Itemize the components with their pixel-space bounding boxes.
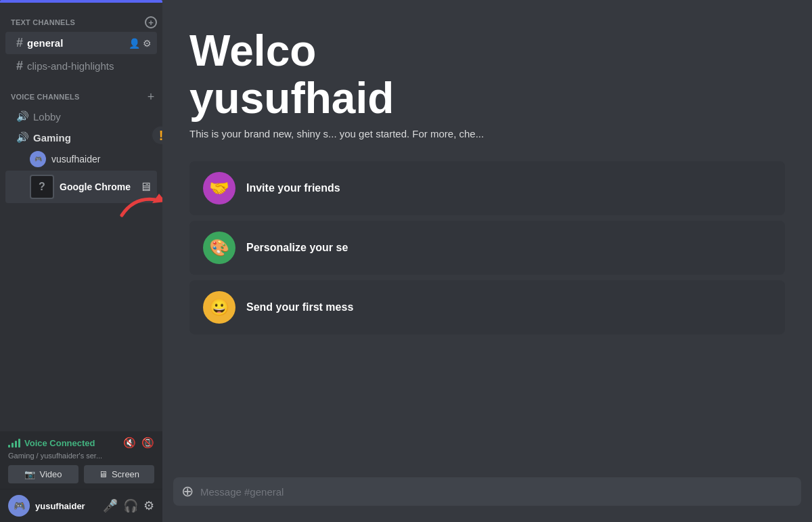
text-channels-header[interactable]: TEXT CHANNELS + bbox=[0, 14, 162, 31]
personalize-icon: 🎨 bbox=[203, 232, 235, 264]
user-settings-icon[interactable]: ⚙ bbox=[143, 498, 154, 513]
channel-general-actions: 👤 ⚙ bbox=[129, 38, 152, 49]
avatar-icon: 🎮 bbox=[14, 500, 25, 511]
disconnect-icon[interactable]: 📵 bbox=[141, 437, 154, 449]
hash-icon-clips: # bbox=[16, 59, 23, 73]
add-member-icon[interactable]: 👤 bbox=[129, 38, 140, 49]
welcome-area: Welco yusufhaid This is your brand new, … bbox=[162, 0, 812, 466]
voice-channel-name-lobby: Lobby bbox=[33, 111, 152, 123]
video-label: Video bbox=[39, 469, 62, 479]
user-info: yusufhaider bbox=[35, 501, 103, 511]
user-avatar: 🎮 bbox=[8, 495, 30, 517]
warning-circle: ! bbox=[150, 125, 162, 146]
channel-item-clips[interactable]: # clips-and-highlights bbox=[5, 55, 157, 77]
mic-icon[interactable]: 🎤 bbox=[103, 498, 118, 513]
message-bar: ⊕ bbox=[162, 466, 812, 522]
voice-channels-label: VOICE CHANNELS bbox=[11, 93, 79, 101]
mute-slash-icon[interactable]: 🔇 bbox=[123, 437, 136, 449]
text-channels-section: TEXT CHANNELS + # general 👤 ⚙ # clips-an… bbox=[0, 14, 162, 77]
message-input-wrap: ⊕ bbox=[173, 477, 801, 506]
screen-icon: 🖥 bbox=[99, 469, 108, 479]
channel-list: TEXT CHANNELS + # general 👤 ⚙ # clips-an… bbox=[0, 3, 162, 431]
welcome-title: Welco yusufhaid bbox=[189, 27, 785, 123]
welcome-cards: 🤝 Invite your friends 🎨 Personalize your… bbox=[189, 161, 785, 334]
voice-channel-lobby[interactable]: 🔊 Lobby bbox=[5, 106, 157, 127]
warning-indicator: ! bbox=[150, 125, 162, 146]
welcome-title-line1: Welco bbox=[189, 27, 785, 74]
screen-label: Screen bbox=[112, 469, 139, 479]
bar4 bbox=[18, 439, 20, 448]
voice-connected-left: Voice Connected bbox=[8, 438, 95, 448]
welcome-card-message[interactable]: 😀 Send your first mess bbox=[189, 280, 785, 334]
message-emoji: 😀 bbox=[209, 298, 229, 317]
message-card-title: Send your first mess bbox=[246, 301, 353, 313]
stream-thumbnail: ? bbox=[30, 175, 54, 199]
channel-name-general: general bbox=[27, 37, 129, 49]
personalize-emoji: 🎨 bbox=[209, 238, 229, 257]
message-plus-button[interactable]: ⊕ bbox=[181, 483, 194, 500]
channel-item-general[interactable]: # general 👤 ⚙ bbox=[5, 32, 157, 54]
personalize-card-title: Personalize your se bbox=[246, 242, 348, 254]
voice-channel-gaming-wrapper: 🔊 Gaming ! bbox=[0, 127, 162, 148]
voice-channels-section: VOICE CHANNELS + 🔊 Lobby 🔊 Gaming ! bbox=[0, 88, 162, 203]
stream-name-google-chrome: Google Chrome bbox=[60, 181, 139, 192]
question-mark-icon: ? bbox=[39, 181, 45, 193]
message-input[interactable] bbox=[200, 486, 793, 498]
bar3 bbox=[15, 441, 17, 448]
signal-bars-icon bbox=[8, 438, 20, 448]
bar1 bbox=[8, 445, 10, 448]
user-avatar-vusufhaider: 🎮 bbox=[30, 151, 46, 167]
video-button[interactable]: 📷 Video bbox=[8, 465, 78, 483]
voice-connected-status: Voice Connected 🔇 📵 bbox=[8, 437, 154, 449]
settings-icon[interactable]: ⚙ bbox=[143, 38, 152, 49]
invite-icon: 🤝 bbox=[203, 172, 235, 204]
invite-emoji: 🤝 bbox=[209, 179, 229, 198]
welcome-title-line2: yusufhaid bbox=[189, 74, 785, 122]
message-icon: 😀 bbox=[203, 291, 235, 324]
speaker-icon-gaming: 🔊 bbox=[16, 131, 29, 144]
voice-connected-channel: Gaming / yusufhaider's ser... bbox=[8, 452, 154, 460]
headphones-icon[interactable]: 🎧 bbox=[123, 498, 138, 513]
speaker-icon-lobby: 🔊 bbox=[16, 110, 29, 123]
user-panel: 🎮 yusufhaider 🎤 🎧 ⚙ bbox=[0, 489, 162, 522]
stream-item-google-chrome[interactable]: ? Google Chrome 🖥 bbox=[5, 171, 157, 203]
voice-channel-gaming[interactable]: 🔊 Gaming bbox=[5, 127, 157, 148]
add-text-channel-button[interactable]: + bbox=[145, 16, 157, 28]
username-display: yusufhaider bbox=[35, 501, 103, 511]
welcome-card-personalize[interactable]: 🎨 Personalize your se bbox=[189, 221, 785, 275]
video-icon: 📷 bbox=[24, 469, 35, 479]
bar2 bbox=[12, 443, 14, 448]
exclamation-icon: ! bbox=[159, 129, 162, 142]
text-channels-label: TEXT CHANNELS bbox=[11, 18, 75, 26]
voice-user-vusufhaider[interactable]: 🎮 vusufhaider bbox=[5, 148, 157, 170]
invite-card-title: Invite your friends bbox=[246, 182, 340, 194]
hash-icon: # bbox=[16, 36, 23, 50]
main-content: Welco yusufhaid This is your brand new, … bbox=[162, 0, 812, 522]
voice-connected-bar: Voice Connected 🔇 📵 Gaming / yusufhaider… bbox=[0, 431, 162, 489]
voice-connected-text: Voice Connected bbox=[24, 438, 95, 448]
voice-action-buttons: 📷 Video 🖥 Screen bbox=[8, 465, 154, 483]
channel-name-clips: clips-and-highlights bbox=[27, 60, 152, 72]
welcome-card-invite[interactable]: 🤝 Invite your friends bbox=[189, 161, 785, 215]
screen-button[interactable]: 🖥 Screen bbox=[84, 465, 154, 483]
welcome-subtitle: This is your brand new, shiny s... you g… bbox=[189, 128, 785, 139]
add-voice-channel-button[interactable]: + bbox=[145, 91, 157, 103]
voice-user-name-vusufhaider: vusufhaider bbox=[51, 154, 100, 165]
voice-connected-actions: 🔇 📵 bbox=[123, 437, 154, 449]
voice-channel-name-gaming: Gaming bbox=[33, 132, 152, 144]
user-controls: 🎤 🎧 ⚙ bbox=[103, 498, 154, 513]
voice-channels-header[interactable]: VOICE CHANNELS + bbox=[0, 88, 162, 106]
screen-share-icon[interactable]: 🖥 bbox=[139, 180, 152, 194]
channel-sidebar: TEXT CHANNELS + # general 👤 ⚙ # clips-an… bbox=[0, 0, 162, 522]
